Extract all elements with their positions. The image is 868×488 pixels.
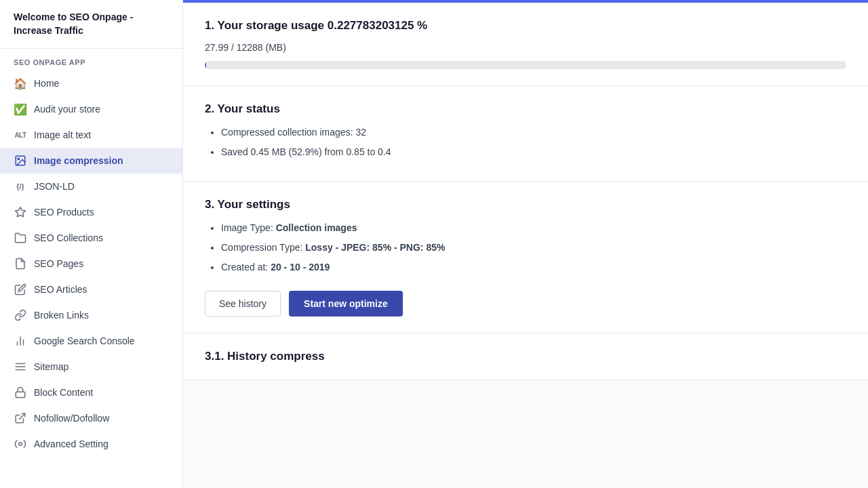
status-list: Compressed collection images: 32 Saved 0… [205, 125, 846, 159]
sidebar-label-seo-articles: SEO Articles [34, 284, 169, 295]
seo-collections-icon [14, 231, 27, 245]
svg-line-10 [20, 413, 25, 419]
sidebar-item-seo-products[interactable]: SEO Products [0, 199, 182, 225]
sidebar: Welcome to SEO Onpage - Increase Traffic… [0, 0, 183, 488]
broken-links-icon [14, 308, 27, 322]
sidebar-label-sitemap: Sitemap [34, 361, 169, 372]
history-title: 3.1. History compress [205, 350, 846, 363]
sidebar-label-gsc: Google Search Console [34, 336, 169, 346]
storage-usage-text: 27.99 / 12288 (MB) [205, 42, 846, 53]
settings-title: 3. Your settings [205, 198, 846, 211]
created-at-value: 20 - 10 - 2019 [271, 262, 330, 272]
sidebar-item-block-content[interactable]: Block Content [0, 380, 182, 405]
image-type-value: Collection images [276, 222, 357, 233]
sidebar-item-image-alt[interactable]: ALT Image alt text [0, 122, 182, 148]
start-optimize-button[interactable]: Start new optimize [289, 291, 403, 317]
sidebar-item-gsc[interactable]: Google Search Console [0, 328, 182, 354]
compression-type-value: Lossy - JPEG: 85% - PNG: 85% [305, 242, 445, 253]
sidebar-label-image-alt: Image alt text [34, 129, 169, 140]
settings-list: Image Type: Collection images Compressio… [205, 221, 846, 274]
sidebar-item-seo-collections[interactable]: SEO Collections [0, 225, 182, 251]
sidebar-label-json-ld: JSON-LD [34, 181, 169, 192]
sidebar-item-nofollow[interactable]: Nofollow/Dofollow [0, 405, 182, 431]
status-title: 2. Your status [205, 102, 846, 116]
sidebar-item-broken-links[interactable]: Broken Links [0, 302, 182, 328]
see-history-button[interactable]: See history [205, 291, 281, 317]
image-compression-icon [14, 154, 27, 167]
sidebar-item-image-compression[interactable]: Image compression [0, 148, 182, 174]
gsc-icon [14, 334, 27, 348]
sidebar-label-seo-pages: SEO Pages [34, 258, 169, 269]
image-type-label: Image Type: [221, 222, 276, 233]
sidebar-header: Welcome to SEO Onpage - Increase Traffic [0, 0, 182, 49]
compression-type-label: Compression Type: [221, 242, 305, 253]
main-content: 1. Your storage usage 0.227783203125 % 2… [183, 0, 868, 488]
settings-image-type: Image Type: Collection images [221, 221, 846, 235]
sidebar-item-seo-pages[interactable]: SEO Pages [0, 251, 182, 277]
sidebar-label-nofollow: Nofollow/Dofollow [34, 413, 169, 424]
storage-title: 1. Your storage usage 0.227783203125 % [205, 19, 846, 33]
storage-section: 1. Your storage usage 0.227783203125 % 2… [183, 3, 868, 86]
json-ld-icon: {/} [14, 180, 27, 193]
seo-products-icon [14, 205, 27, 219]
sidebar-item-seo-articles[interactable]: SEO Articles [0, 277, 182, 302]
status-item-1: Compressed collection images: 32 [221, 125, 846, 140]
status-item-2: Saved 0.45 MB (52.9%) from 0.85 to 0.4 [221, 145, 846, 159]
sidebar-nav: 🏠 Home ✅ Audit your store ALT Image alt … [0, 70, 182, 457]
svg-rect-9 [16, 392, 25, 397]
seo-pages-icon [14, 257, 27, 270]
svg-marker-2 [16, 207, 26, 217]
created-at-label: Created at: [221, 262, 271, 272]
sidebar-item-sitemap[interactable]: Sitemap [0, 354, 182, 380]
settings-compression-type: Compression Type: Lossy - JPEG: 85% - PN… [221, 241, 846, 255]
svg-point-11 [19, 443, 22, 446]
status-section: 2. Your status Compressed collection ima… [183, 86, 868, 182]
sidebar-label-advanced: Advanced Setting [34, 439, 169, 449]
sidebar-item-audit[interactable]: ✅ Audit your store [0, 96, 182, 122]
progress-bar-container [205, 61, 846, 69]
settings-created-at: Created at: 20 - 10 - 2019 [221, 260, 846, 274]
advanced-icon [14, 437, 27, 451]
block-content-icon [14, 386, 27, 399]
svg-point-1 [18, 158, 19, 159]
home-icon: 🏠 [14, 77, 27, 90]
sidebar-label-seo-collections: SEO Collections [34, 232, 169, 243]
settings-section: 3. Your settings Image Type: Collection … [183, 182, 868, 333]
sidebar-item-advanced[interactable]: Advanced Setting [0, 431, 182, 457]
action-buttons: See history Start new optimize [205, 291, 846, 317]
history-section: 3.1. History compress [183, 333, 868, 380]
sidebar-item-home[interactable]: 🏠 Home [0, 70, 182, 96]
sidebar-label-seo-products: SEO Products [34, 207, 169, 218]
sidebar-label-image-compression: Image compression [34, 155, 169, 166]
nofollow-icon [14, 411, 27, 425]
sidebar-label-audit: Audit your store [34, 104, 169, 115]
sitemap-icon [14, 360, 27, 373]
sidebar-item-json-ld[interactable]: {/} JSON-LD [0, 174, 182, 199]
sidebar-label-home: Home [34, 78, 169, 89]
seo-articles-icon [14, 283, 27, 296]
sidebar-label-broken-links: Broken Links [34, 310, 169, 321]
sidebar-title: Welcome to SEO Onpage - Increase Traffic [14, 11, 169, 37]
progress-bar-fill [205, 61, 206, 69]
sidebar-section-label: SEO ONPAGE APP [0, 49, 182, 70]
alt-icon: ALT [14, 128, 27, 142]
audit-icon: ✅ [14, 102, 27, 116]
sidebar-label-block-content: Block Content [34, 387, 169, 398]
